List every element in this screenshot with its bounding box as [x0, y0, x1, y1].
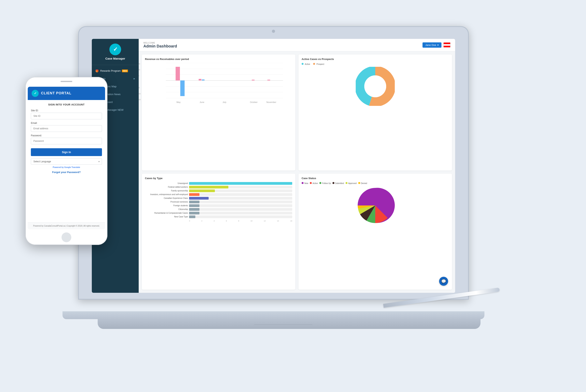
hbar-label-unassigned: Unassigned — [145, 182, 188, 184]
google-brand: Google — [64, 166, 71, 168]
hbar-row-unassigned: Unassigned — [145, 182, 292, 185]
hbar-track — [189, 182, 292, 185]
mobile-bezel: ✓ CLIENT PORTAL SIGN INTO YOUR ACCOUNT S… — [26, 77, 108, 245]
case-status-legend: New Active Follow Up Submitted Approved … — [302, 182, 449, 184]
hbar-label-foreign: Foreign students — [145, 204, 188, 207]
bar-june-blue — [202, 80, 204, 80]
email-input[interactable] — [31, 125, 102, 132]
cases-by-type-card: Cases by Type Unassigned Federal skille — [142, 174, 295, 290]
hbar-track — [189, 208, 292, 211]
active-cases-legend: Active Prospect — [302, 63, 449, 65]
hbar-row-citizenship: Citizenship — [145, 208, 292, 211]
chat-bubble-btn[interactable]: 💬 — [439, 277, 448, 286]
mobile-device: ✓ CLIENT PORTAL SIGN INTO YOUR ACCOUNT S… — [26, 77, 108, 245]
hbar-fill — [189, 208, 200, 211]
mobile-logo-icon: ✓ — [32, 90, 39, 97]
laptop-bezel: ✓ Case Manager 🎁 Rewards Program NEW ❓ H… — [78, 26, 469, 300]
active-cases-chart-card: Active Cases vs Prospects Active Prospec… — [298, 54, 452, 170]
case-status-card: Case Status New Active Follow Up Submitt… — [298, 174, 452, 290]
mobile-body: SIGN INTO YOUR ACCOUNT Site ID: Email: P… — [28, 100, 105, 222]
bar-oct-pink — [252, 80, 254, 80]
welcome-label: WELCOME — [143, 42, 177, 44]
hbar-track — [189, 216, 292, 218]
pie-svg-clean — [354, 186, 397, 225]
mobile-field-email: Email: — [31, 122, 102, 132]
laptop-camera — [272, 30, 275, 33]
mobile-sign-in-title: SIGN INTO YOUR ACCOUNT — [31, 103, 102, 106]
donut-container — [302, 67, 449, 106]
siteid-input[interactable] — [31, 113, 102, 119]
laptop-foot — [98, 319, 480, 329]
mobile-home-button[interactable] — [62, 232, 71, 242]
hbar-row-provincial: Provincial nominees — [145, 200, 292, 203]
user-button[interactable]: Jane Doe ▾ — [422, 42, 442, 48]
sidebar-logo: ✓ Case Manager — [92, 39, 139, 65]
hbar-row-investors: Investors, entrepreneurs and self-employ… — [145, 193, 292, 196]
svg-text:November: November — [266, 101, 276, 103]
hbar-label-family: Family sponsorship — [145, 190, 188, 192]
revenue-chart-card: Revenue vs Receivables over period 15000… — [142, 54, 295, 170]
siteid-label: Site ID: — [31, 109, 102, 112]
top-bar-title: WELCOME Admin Dashboard — [143, 42, 177, 48]
legend-denied: Denied — [358, 182, 367, 184]
hbar-row-family: Family sponsorship — [145, 190, 292, 192]
svg-text:June: June — [200, 101, 204, 103]
hbar-label-investors: Investors, entrepreneurs and self-employ… — [145, 193, 188, 196]
denied-dot — [358, 182, 360, 184]
sidebar-logo-text: Case Manager — [96, 57, 135, 60]
top-bar: WELCOME Admin Dashboard Jane Doe ▾ — [139, 39, 455, 51]
forgot-password-link[interactable]: Forgot your Password? — [31, 171, 102, 174]
submitted-dot — [332, 182, 334, 184]
hbar-fill — [189, 204, 200, 207]
bar-may-blue — [180, 80, 184, 96]
select-language[interactable]: Select Language — [31, 158, 102, 165]
scene: ✓ Case Manager 🎁 Rewards Program NEW ❓ H… — [20, 10, 566, 382]
approved-dot — [346, 182, 348, 184]
bar-may-pink — [176, 67, 180, 80]
sidebar-item-rewards[interactable]: 🎁 Rewards Program NEW — [92, 67, 139, 75]
hbar-label-cec: Canadian Experience Class — [145, 197, 188, 199]
hbar-fill — [189, 216, 195, 218]
page-heading: Admin Dashboard — [143, 44, 177, 48]
hbar-track — [189, 212, 292, 214]
active-dot — [302, 63, 304, 65]
mobile-footer: Powered by CanadaConsultPortal.ca | Copy… — [28, 222, 105, 229]
hbar-fill — [189, 193, 200, 196]
hbar-row-foreign: Foreign students — [145, 204, 292, 207]
hbar-fill — [189, 197, 208, 200]
password-input[interactable] — [31, 138, 102, 144]
powered-by: Powered by Google Translate — [31, 166, 102, 168]
hbar-track — [189, 197, 292, 200]
followup-dot — [319, 182, 321, 184]
rewards-label: Rewards Program — [100, 69, 121, 72]
prospect-legend-item: Prospect — [313, 63, 324, 65]
legend-followup: Follow Up — [319, 182, 331, 184]
hbar-label-humanitarian: Humanitarian & Compassionate Cases — [145, 212, 188, 214]
svg-text:May: May — [176, 101, 181, 103]
active-legend-item: Active — [302, 63, 310, 65]
donut-svg — [356, 67, 395, 106]
svg-text:July: July — [222, 101, 226, 103]
password-label: Password: — [31, 134, 102, 137]
dashboard-body: Revenue vs Receivables over period 15000… — [139, 51, 455, 293]
bar-june-pink — [199, 79, 202, 80]
flag-icon — [444, 42, 450, 48]
hbar-label-provincial: Provincial nominees — [145, 201, 188, 203]
bar-nov-pink — [268, 80, 270, 80]
sign-in-button[interactable]: Sign In — [31, 148, 102, 156]
y-labels: 150000 100000 50000 0 -50000 -100000 -15… — [139, 63, 141, 101]
email-label: Email: — [31, 122, 102, 124]
hbar-label-federal: Federal skilled workers — [145, 186, 188, 188]
mobile-portal-text: CLIENT PORTAL — [41, 91, 72, 95]
revenue-svg: May June July October November — [157, 63, 292, 104]
hbar-fill — [189, 200, 200, 203]
revenue-chart-title: Revenue vs Receivables over period — [145, 58, 292, 60]
case-status-title: Case Status — [302, 177, 449, 180]
pie-container — [302, 186, 449, 225]
laptop-base — [62, 311, 484, 319]
hbar-fill — [189, 190, 215, 192]
hbar-fill — [189, 182, 292, 185]
mobile-field-password: Password: — [31, 134, 102, 144]
hbar-label-newtype: New Case Type — [145, 216, 188, 218]
svg-text:October: October — [250, 101, 258, 103]
